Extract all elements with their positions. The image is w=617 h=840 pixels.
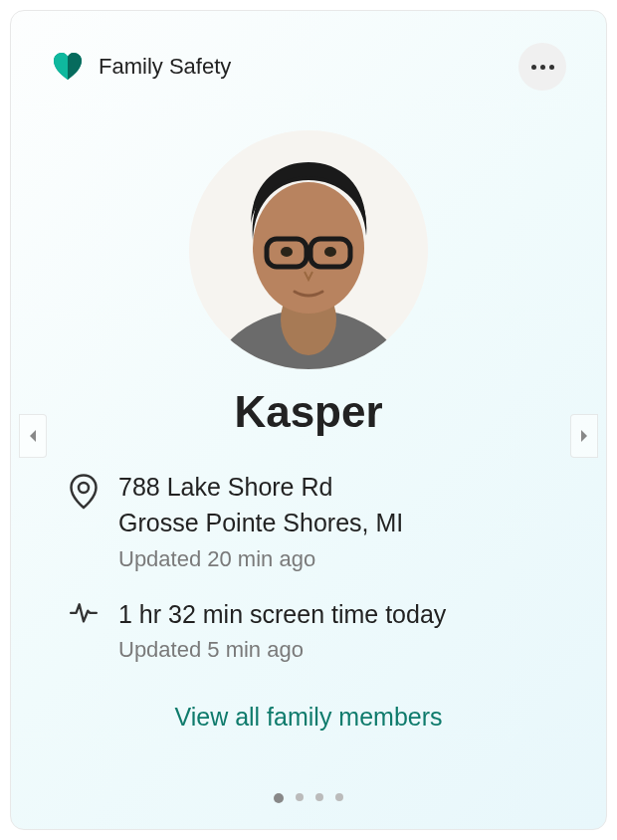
screentime-summary: 1 hr 32 min screen time today	[118, 598, 446, 632]
chevron-left-icon	[27, 428, 39, 444]
screentime-updated: Updated 5 min ago	[118, 637, 446, 663]
header-left: Family Safety	[51, 50, 231, 84]
dot-icon	[549, 65, 554, 70]
location-line2: Grosse Pointe Shores, MI	[118, 507, 403, 540]
previous-member-button[interactable]	[19, 414, 47, 458]
avatar[interactable]	[189, 130, 428, 369]
more-options-button[interactable]	[518, 43, 566, 91]
app-title: Family Safety	[99, 54, 231, 80]
chevron-right-icon	[578, 428, 590, 444]
location-updated: Updated 20 min ago	[118, 546, 403, 572]
location-row[interactable]: 788 Lake Shore Rd Grosse Pointe Shores, …	[69, 471, 566, 572]
screentime-text: 1 hr 32 min screen time today Updated 5 …	[118, 598, 446, 664]
pager-dot[interactable]	[296, 793, 304, 801]
avatar-container	[51, 130, 566, 369]
dot-icon	[540, 65, 545, 70]
location-pin-icon	[69, 471, 99, 515]
svg-point-4	[281, 247, 293, 257]
view-all-family-link[interactable]: View all family members	[51, 703, 566, 732]
activity-pulse-icon	[69, 598, 99, 630]
pager-dot[interactable]	[315, 793, 323, 801]
member-name: Kasper	[51, 387, 566, 437]
next-member-button[interactable]	[570, 414, 598, 458]
location-line1: 788 Lake Shore Rd	[118, 471, 403, 505]
svg-point-9	[79, 483, 89, 493]
info-section: 788 Lake Shore Rd Grosse Pointe Shores, …	[51, 471, 566, 663]
dot-icon	[531, 65, 536, 70]
header: Family Safety	[51, 43, 566, 91]
location-text: 788 Lake Shore Rd Grosse Pointe Shores, …	[118, 471, 403, 572]
svg-point-5	[324, 247, 336, 257]
carousel-pager	[51, 793, 566, 809]
pager-dot[interactable]	[335, 793, 343, 801]
screentime-row[interactable]: 1 hr 32 min screen time today Updated 5 …	[69, 598, 566, 664]
family-safety-heart-icon	[51, 50, 85, 84]
pager-dot[interactable]	[274, 793, 284, 803]
family-safety-card: Family Safety	[10, 10, 607, 830]
